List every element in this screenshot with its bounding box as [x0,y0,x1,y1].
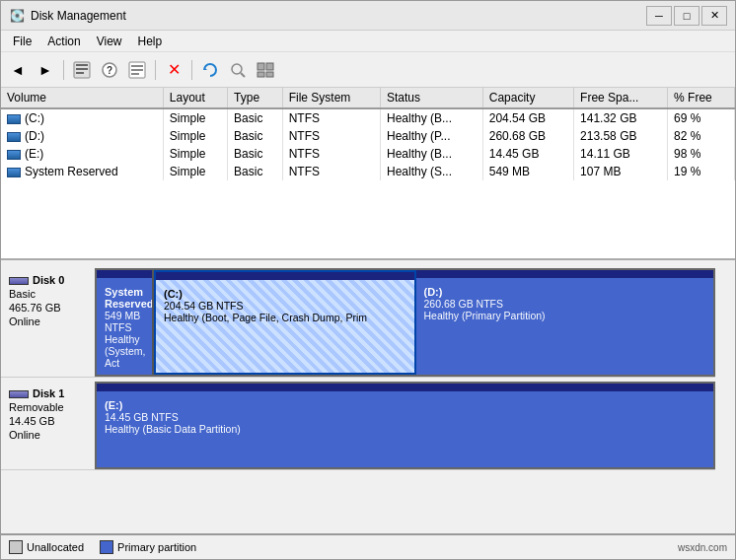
legend-bar: Unallocated Primary partition wsxdn.com [1,533,735,559]
partition-status: Healthy (System, Act [105,333,144,369]
maximize-button[interactable]: □ [674,6,699,26]
col-volume[interactable]: Volume [1,88,163,108]
partition-content: (E:)14.45 GB NTFSHealthy (Basic Data Par… [105,399,705,435]
volume-icon [7,168,21,177]
partition-top-bar [97,384,713,391]
svg-line-12 [241,73,245,77]
status-cell: Healthy (P... [380,127,482,145]
menu-help[interactable]: Help [130,32,171,51]
layout-cell: Simple [163,163,227,180]
col-capacity[interactable]: Capacity [482,88,573,108]
help-button[interactable]: ? [97,57,122,83]
disk-arrow-icon [9,277,29,285]
svg-rect-15 [258,72,264,77]
col-layout[interactable]: Layout [163,88,227,108]
volume-table-area: Volume Layout Type File System Status Ca… [1,88,735,260]
partition-top-bar [156,272,414,280]
partition-size: 14.45 GB NTFS [105,411,705,423]
svg-rect-7 [131,65,143,67]
volume-cell: (E:) [1,145,163,163]
title-bar: 💽 Disk Management ─ □ ✕ [1,1,735,31]
status-cell: Healthy (B... [380,145,482,163]
disk-name-text: Disk 0 [33,274,64,286]
table-row[interactable]: (E:)SimpleBasicNTFSHealthy (B...14.45 GB… [1,145,735,163]
refresh-button[interactable] [197,57,223,83]
menu-action[interactable]: Action [39,32,88,51]
disk-management-window: 💽 Disk Management ─ □ ✕ File Action View… [0,0,736,560]
capacity-cell: 549 MB [482,163,573,180]
svg-rect-8 [131,69,143,71]
app-icon: 💽 [9,8,25,24]
svg-rect-9 [131,73,139,75]
disk-view-area: Disk 0Basic465.76 GBOnlineSystem Reserve… [1,260,735,533]
svg-rect-1 [76,64,88,66]
partition-size: 204.54 GB NTFS [164,300,406,312]
back-button[interactable]: ◄ [5,57,31,83]
table-row[interactable]: (C:)SimpleBasicNTFSHealthy (B...204.54 G… [1,108,735,127]
freespace-cell: 141.32 GB [574,108,668,127]
partition-label: (E:) [105,399,705,411]
col-freespace[interactable]: Free Spa... [574,88,668,108]
forward-button[interactable]: ► [33,57,58,83]
disk-label: Disk 0Basic465.76 GBOnline [1,268,95,377]
partition-content: (D:)260.68 GB NTFSHealthy (Primary Parti… [424,286,706,321]
disk-label: Disk 1Removable14.45 GBOnline [1,382,95,469]
search-button[interactable] [225,57,251,83]
col-type[interactable]: Type [228,88,283,108]
minimize-button[interactable]: ─ [646,6,672,26]
legend-unallocated: Unallocated [9,540,84,554]
capacity-cell: 14.45 GB [482,145,573,163]
main-content: Volume Layout Type File System Status Ca… [1,88,735,533]
status-cell: Healthy (B... [380,108,482,127]
partition-size: 549 MB NTFS [105,310,144,333]
freespace-cell: 14.11 GB [574,145,668,163]
disk-size: 465.76 GB [9,302,87,314]
col-percentfree[interactable]: % Free [668,88,735,108]
col-status[interactable]: Status [380,88,482,108]
col-filesystem[interactable]: File System [282,88,380,108]
close-button[interactable]: ✕ [701,6,727,26]
partition[interactable]: System Reserved549 MB NTFSHealthy (Syste… [97,270,154,375]
partition[interactable]: (E:)14.45 GB NTFSHealthy (Basic Data Par… [97,384,713,467]
svg-rect-16 [266,72,273,77]
toolbar: ◄ ► ? ✕ [1,52,735,88]
menu-view[interactable]: View [89,32,130,51]
table-row[interactable]: (D:)SimpleBasicNTFSHealthy (P...260.68 G… [1,127,735,145]
disk-status: Online [9,315,87,327]
layout-cell: Simple [163,108,227,127]
capacity-cell: 260.68 GB [482,127,573,145]
filesystem-cell: NTFS [282,127,380,145]
disk-type: Basic [9,288,87,300]
partition[interactable]: (D:)260.68 GB NTFSHealthy (Primary Parti… [416,270,714,375]
freespace-cell: 213.58 GB [574,127,668,145]
legend-unallocated-label: Unallocated [27,541,84,553]
disk-partitions: System Reserved549 MB NTFSHealthy (Syste… [95,268,715,377]
partition[interactable]: (C:)204.54 GB NTFSHealthy (Boot, Page Fi… [154,270,416,375]
partition-label: (D:) [424,286,706,298]
percentfree-cell: 69 % [668,108,735,127]
disk-arrow-icon [9,390,29,398]
volume-icon [7,150,21,160]
legend-primary-label: Primary partition [117,541,196,553]
volume-table: Volume Layout Type File System Status Ca… [1,88,735,180]
legend-primary: Primary partition [100,540,196,554]
percentfree-cell: 19 % [668,163,735,180]
delete-button[interactable]: ✕ [161,57,186,83]
svg-rect-13 [258,63,264,70]
menu-bar: File Action View Help [1,31,735,52]
secondary-button[interactable] [124,57,150,83]
toolbar-sep-2 [155,60,156,80]
partition-status: Healthy (Primary Partition) [424,310,706,321]
volume-cell: System Reserved [1,163,163,180]
menu-file[interactable]: File [5,32,39,51]
partition-top-bar [97,270,152,278]
properties-button[interactable] [69,57,95,83]
svg-rect-2 [76,68,88,70]
volume-cell: (C:) [1,108,163,127]
disk-type: Removable [9,401,87,413]
partition-size: 260.68 GB NTFS [424,298,706,310]
view-options-button[interactable] [253,57,278,83]
toolbar-sep-3 [191,60,192,80]
table-row[interactable]: System ReservedSimpleBasicNTFSHealthy (S… [1,163,735,180]
disk-name: Disk 1 [9,387,87,399]
